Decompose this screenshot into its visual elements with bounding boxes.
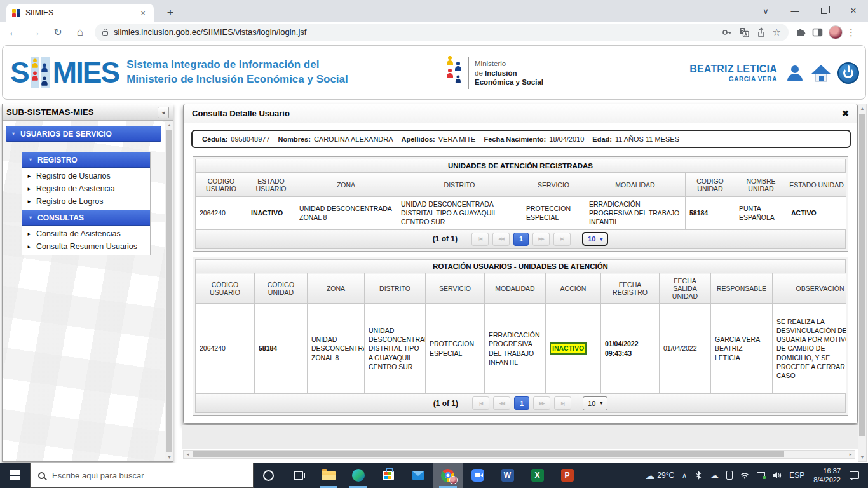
start-button[interactable]	[0, 463, 30, 488]
logo-mies: MIES	[53, 58, 119, 87]
microsoft-store-button[interactable]	[373, 463, 403, 488]
edge-icon	[352, 469, 365, 482]
tab-close-icon[interactable]: ×	[138, 8, 148, 18]
translate-icon[interactable]	[738, 27, 750, 38]
pager-next-button[interactable]: ▶▶	[533, 396, 550, 410]
profile-avatar[interactable]	[829, 25, 843, 39]
your-phone-button[interactable]	[722, 463, 736, 488]
zoom-button[interactable]	[463, 463, 492, 488]
pager-page-1-button[interactable]: 1	[514, 396, 529, 410]
column-header: CODIGO UNIDAD	[686, 173, 735, 197]
share-icon[interactable]	[756, 27, 767, 38]
close-icon[interactable]: ✖	[842, 109, 849, 118]
pager-last-button[interactable]: ▶|	[553, 233, 571, 246]
file-explorer-button[interactable]	[313, 463, 343, 488]
clock[interactable]: 16:37 8/4/2022	[808, 466, 846, 485]
pager-next-button[interactable]: ▶▶	[532, 233, 550, 246]
scrollbar-thumb[interactable]	[166, 130, 172, 452]
column-header: RESPONSABLE	[711, 273, 773, 304]
mail-button[interactable]	[403, 463, 433, 488]
browser-tab[interactable]: SIIMIES ×	[6, 4, 154, 22]
home-icon[interactable]: ⌂	[71, 24, 89, 41]
back-icon[interactable]: ←	[4, 24, 22, 41]
excel-button[interactable]: X	[522, 463, 552, 488]
rows-per-page-select[interactable]: 10 ▾	[583, 396, 607, 410]
pager-first-button[interactable]: |◀	[471, 233, 489, 246]
home-page-icon[interactable]	[810, 64, 832, 83]
edge-button[interactable]	[343, 463, 373, 488]
tab-title: SIIMIES	[25, 8, 133, 17]
vertical-scrollbar[interactable]: ▲ ▼	[858, 104, 867, 462]
window-restore-button[interactable]	[810, 0, 839, 22]
tab-search-icon[interactable]: ∨	[751, 0, 780, 22]
scroll-down-icon[interactable]: ▼	[165, 453, 173, 461]
password-key-icon[interactable]	[721, 27, 733, 38]
cortana-button[interactable]	[254, 463, 283, 488]
scroll-up-icon[interactable]: ▲	[165, 121, 173, 129]
sidebar-item-usuarios-de-servicio[interactable]: ▾ USUARIOS DE SERVICIO	[6, 126, 161, 142]
window-minimize-button[interactable]: —	[780, 0, 810, 22]
cedula-value: 0958048977	[231, 135, 269, 143]
extensions-puzzle-icon[interactable]	[795, 27, 806, 38]
rows-per-page-select[interactable]: 10 ▾	[582, 232, 608, 246]
pager-prev-button[interactable]: ◀◀	[493, 396, 510, 410]
sidebar-header: SUB-SISTEMAS-MIES ◂	[3, 104, 173, 121]
cell-modalidad: ERRADICACIÓN PROGRESIVA DEL TRABAJO INFA…	[585, 197, 686, 230]
action-center-icon[interactable]	[850, 471, 859, 479]
side-panel-icon[interactable]	[811, 27, 823, 38]
sidebar-item-registro-de-asistencia[interactable]: ► Registro de Asistencia	[22, 182, 150, 195]
logout-power-icon[interactable]	[837, 62, 859, 84]
sidebar-scrollbar[interactable]: ▲ ▼	[165, 121, 173, 461]
sidebar-item-consulta-resumen-usuarios[interactable]: ► Consulta Resumen Usuarios	[22, 240, 150, 253]
browser-menu-icon[interactable]: ⋮	[846, 27, 856, 38]
sidebar-collapse-button[interactable]: ◂	[158, 107, 169, 118]
pager-prev-button[interactable]: ◀◀	[492, 233, 510, 246]
url-text[interactable]: siimies.inclusion.gob.ec/SIIMIES/vistas/…	[114, 27, 715, 37]
sidebar-item-registro[interactable]: ▾ REGISTRO	[22, 152, 150, 168]
sidebar-item-registro-de-usuarios[interactable]: ► Registro de Usuarios	[22, 170, 150, 182]
scroll-up-icon[interactable]: ▲	[858, 104, 866, 112]
window-close-button[interactable]: ×	[839, 0, 868, 22]
wifi-button[interactable]	[736, 463, 753, 488]
scroll-right-icon[interactable]: ▸	[846, 451, 855, 458]
tray-overflow-button[interactable]: ∧	[678, 463, 691, 488]
sidebar-title: SUB-SISTEMAS-MIES	[6, 107, 94, 117]
cell-accion: INACTIVO	[546, 304, 601, 394]
pager-last-button[interactable]: ▶|	[554, 396, 571, 410]
unidades-table: CODIGO USUARIO ESTADO USUARIO ZONA DISTR…	[195, 172, 846, 230]
bookmark-star-icon[interactable]: ☆	[773, 27, 781, 38]
sidebar-item-consultas[interactable]: ▾ CONSULTAS	[22, 210, 150, 226]
scrollbar-thumb[interactable]	[859, 114, 865, 436]
pager-first-button[interactable]: |◀	[472, 396, 489, 410]
scroll-down-icon[interactable]: ▼	[858, 453, 866, 461]
browser-tab-strip: SIIMIES × + ∨ — ×	[0, 0, 868, 22]
column-header: FECHA SALIDA UNIDAD	[660, 273, 711, 304]
weather-widget[interactable]: ☁ 29°C	[641, 463, 678, 488]
pager-page-1-button[interactable]: 1	[513, 233, 529, 246]
chrome-button[interactable]	[433, 463, 463, 488]
chevron-down-icon: ▾	[29, 215, 32, 220]
onedrive-button[interactable]: ☁	[706, 463, 722, 488]
cell-codigo-usuario: 2064240	[196, 304, 255, 394]
address-bar[interactable]: siimies.inclusion.gob.ec/SIIMIES/vistas/…	[95, 24, 789, 41]
taskbar-search[interactable]	[30, 463, 254, 488]
language-indicator[interactable]: ESP	[785, 463, 808, 488]
unidades-data-row: 2064240 INACTIVO UNIDAD DESCONCENTRADA Z…	[196, 197, 846, 230]
powerpoint-button[interactable]: P	[552, 463, 582, 488]
sidebar-item-registro-de-logros[interactable]: ► Registro de Logros	[22, 195, 150, 208]
new-tab-button[interactable]: +	[161, 4, 179, 22]
word-button[interactable]: W	[492, 463, 522, 488]
scroll-left-icon[interactable]: ◂	[184, 451, 192, 458]
forward-icon[interactable]: →	[27, 24, 44, 41]
horizontal-scrollbar[interactable]: ◂ ▸	[183, 450, 855, 459]
user-profile-icon[interactable]	[785, 64, 804, 83]
volume-button[interactable]	[769, 463, 785, 488]
task-view-button[interactable]	[283, 463, 313, 488]
reload-icon[interactable]: ↻	[49, 24, 67, 41]
search-input[interactable]	[52, 471, 245, 480]
network-security-button[interactable]	[753, 463, 769, 488]
scrollbar-thumb[interactable]	[193, 451, 784, 458]
taskbar: W X P ☁ 29°C ∧ ☁ ESP 16:37 8/4/2	[0, 463, 868, 488]
bluetooth-button[interactable]	[691, 463, 706, 488]
sidebar-item-consulta-de-asistencias[interactable]: ► Consulta de Asistencias	[22, 227, 150, 240]
